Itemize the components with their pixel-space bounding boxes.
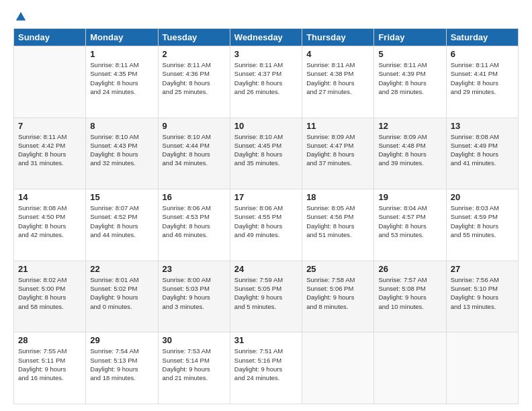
calendar-cell: 8Sunrise: 8:10 AM Sunset: 4:43 PM Daylig…	[86, 118, 158, 189]
header-row: Sunday Monday Tuesday Wednesday Thursday…	[14, 29, 519, 46]
day-info: Sunrise: 7:55 AM Sunset: 5:11 PM Dayligh…	[18, 347, 81, 382]
calendar-cell: 16Sunrise: 8:06 AM Sunset: 4:53 PM Dayli…	[158, 189, 230, 261]
calendar-cell: 7Sunrise: 8:11 AM Sunset: 4:42 PM Daylig…	[14, 118, 86, 189]
col-wednesday: Wednesday	[230, 29, 302, 46]
calendar-cell: 26Sunrise: 7:57 AM Sunset: 5:08 PM Dayli…	[374, 261, 446, 332]
day-number: 9	[163, 121, 226, 131]
calendar-cell: 31Sunrise: 7:51 AM Sunset: 5:16 PM Dayli…	[230, 332, 302, 404]
day-number: 18	[306, 192, 369, 202]
day-info: Sunrise: 8:09 AM Sunset: 4:47 PM Dayligh…	[306, 132, 369, 168]
calendar-cell: 21Sunrise: 8:02 AM Sunset: 5:00 PM Dayli…	[14, 261, 86, 332]
day-number: 16	[163, 192, 226, 202]
day-info: Sunrise: 8:06 AM Sunset: 4:55 PM Dayligh…	[234, 203, 298, 239]
page: Sunday Monday Tuesday Wednesday Thursday…	[0, 0, 532, 411]
day-info: Sunrise: 8:11 AM Sunset: 4:37 PM Dayligh…	[234, 60, 298, 96]
calendar-cell: 30Sunrise: 7:53 AM Sunset: 5:14 PM Dayli…	[158, 332, 230, 404]
day-info: Sunrise: 8:01 AM Sunset: 5:02 PM Dayligh…	[90, 275, 153, 311]
day-number: 10	[234, 121, 298, 131]
calendar-cell: 6Sunrise: 8:11 AM Sunset: 4:41 PM Daylig…	[446, 46, 518, 118]
day-info: Sunrise: 7:59 AM Sunset: 5:05 PM Dayligh…	[234, 275, 298, 311]
day-number: 6	[451, 49, 514, 59]
day-info: Sunrise: 8:07 AM Sunset: 4:52 PM Dayligh…	[90, 203, 153, 239]
day-number: 4	[306, 49, 369, 59]
day-info: Sunrise: 8:11 AM Sunset: 4:42 PM Dayligh…	[18, 132, 81, 168]
calendar-cell	[446, 332, 518, 404]
day-number: 31	[234, 335, 298, 345]
col-tuesday: Tuesday	[158, 29, 230, 46]
calendar-cell: 13Sunrise: 8:08 AM Sunset: 4:49 PM Dayli…	[446, 118, 518, 189]
day-number: 24	[234, 264, 298, 274]
calendar-cell: 12Sunrise: 8:09 AM Sunset: 4:48 PM Dayli…	[374, 118, 446, 189]
day-number: 30	[163, 335, 226, 345]
calendar-cell: 27Sunrise: 7:56 AM Sunset: 5:10 PM Dayli…	[446, 261, 518, 332]
day-number: 1	[90, 49, 153, 59]
calendar-cell: 2Sunrise: 8:11 AM Sunset: 4:36 PM Daylig…	[158, 46, 230, 118]
col-friday: Friday	[374, 29, 446, 46]
calendar-cell: 24Sunrise: 7:59 AM Sunset: 5:05 PM Dayli…	[230, 261, 302, 332]
col-saturday: Saturday	[446, 29, 518, 46]
calendar-cell: 28Sunrise: 7:55 AM Sunset: 5:11 PM Dayli…	[14, 332, 86, 404]
day-number: 17	[234, 192, 298, 202]
day-number: 3	[234, 49, 298, 59]
day-info: Sunrise: 8:03 AM Sunset: 4:59 PM Dayligh…	[451, 203, 514, 239]
day-number: 26	[378, 264, 441, 274]
day-info: Sunrise: 7:54 AM Sunset: 5:13 PM Dayligh…	[90, 347, 153, 382]
calendar-cell: 20Sunrise: 8:03 AM Sunset: 4:59 PM Dayli…	[446, 189, 518, 261]
calendar-cell: 18Sunrise: 8:05 AM Sunset: 4:56 PM Dayli…	[302, 189, 374, 261]
col-monday: Monday	[86, 29, 158, 46]
day-info: Sunrise: 8:00 AM Sunset: 5:03 PM Dayligh…	[163, 275, 226, 311]
day-number: 21	[18, 264, 81, 274]
calendar: Sunday Monday Tuesday Wednesday Thursday…	[13, 28, 519, 404]
day-info: Sunrise: 7:58 AM Sunset: 5:06 PM Dayligh…	[306, 275, 369, 311]
calendar-cell: 25Sunrise: 7:58 AM Sunset: 5:06 PM Dayli…	[302, 261, 374, 332]
calendar-cell: 4Sunrise: 8:11 AM Sunset: 4:38 PM Daylig…	[302, 46, 374, 118]
day-number: 20	[451, 192, 514, 202]
day-info: Sunrise: 8:09 AM Sunset: 4:48 PM Dayligh…	[378, 132, 441, 168]
day-number: 27	[451, 264, 514, 274]
day-info: Sunrise: 8:10 AM Sunset: 4:44 PM Dayligh…	[163, 132, 226, 168]
calendar-cell: 23Sunrise: 8:00 AM Sunset: 5:03 PM Dayli…	[158, 261, 230, 332]
day-number: 28	[18, 335, 81, 345]
day-info: Sunrise: 8:11 AM Sunset: 4:41 PM Dayligh…	[451, 60, 514, 96]
svg-marker-0	[16, 12, 26, 21]
calendar-cell: 15Sunrise: 8:07 AM Sunset: 4:52 PM Dayli…	[86, 189, 158, 261]
calendar-cell: 22Sunrise: 8:01 AM Sunset: 5:02 PM Dayli…	[86, 261, 158, 332]
day-number: 8	[90, 121, 153, 131]
day-info: Sunrise: 7:56 AM Sunset: 5:10 PM Dayligh…	[451, 275, 514, 311]
header	[13, 11, 519, 23]
day-info: Sunrise: 8:11 AM Sunset: 4:35 PM Dayligh…	[90, 60, 153, 96]
day-info: Sunrise: 8:04 AM Sunset: 4:57 PM Dayligh…	[378, 203, 441, 239]
calendar-cell: 11Sunrise: 8:09 AM Sunset: 4:47 PM Dayli…	[302, 118, 374, 189]
day-number: 19	[378, 192, 441, 202]
calendar-cell: 19Sunrise: 8:04 AM Sunset: 4:57 PM Dayli…	[374, 189, 446, 261]
calendar-cell: 17Sunrise: 8:06 AM Sunset: 4:55 PM Dayli…	[230, 189, 302, 261]
day-info: Sunrise: 8:10 AM Sunset: 4:43 PM Dayligh…	[90, 132, 153, 168]
day-number: 25	[306, 264, 369, 274]
calendar-cell	[302, 332, 374, 404]
day-info: Sunrise: 8:02 AM Sunset: 5:00 PM Dayligh…	[18, 275, 81, 311]
calendar-cell: 5Sunrise: 8:11 AM Sunset: 4:39 PM Daylig…	[374, 46, 446, 118]
day-info: Sunrise: 8:10 AM Sunset: 4:45 PM Dayligh…	[234, 132, 298, 168]
day-info: Sunrise: 7:57 AM Sunset: 5:08 PM Dayligh…	[378, 275, 441, 311]
day-number: 5	[378, 49, 441, 59]
col-sunday: Sunday	[14, 29, 86, 46]
calendar-cell: 14Sunrise: 8:08 AM Sunset: 4:50 PM Dayli…	[14, 189, 86, 261]
logo	[13, 11, 27, 23]
calendar-cell	[374, 332, 446, 404]
day-number: 22	[90, 264, 153, 274]
calendar-cell: 9Sunrise: 8:10 AM Sunset: 4:44 PM Daylig…	[158, 118, 230, 189]
day-info: Sunrise: 8:11 AM Sunset: 4:38 PM Dayligh…	[306, 60, 369, 96]
day-info: Sunrise: 8:11 AM Sunset: 4:36 PM Dayligh…	[163, 60, 226, 96]
col-thursday: Thursday	[302, 29, 374, 46]
day-number: 23	[163, 264, 226, 274]
calendar-cell: 10Sunrise: 8:10 AM Sunset: 4:45 PM Dayli…	[230, 118, 302, 189]
calendar-cell: 29Sunrise: 7:54 AM Sunset: 5:13 PM Dayli…	[86, 332, 158, 404]
day-number: 11	[306, 121, 369, 131]
day-number: 7	[18, 121, 81, 131]
calendar-cell: 1Sunrise: 8:11 AM Sunset: 4:35 PM Daylig…	[86, 46, 158, 118]
day-number: 2	[163, 49, 226, 59]
calendar-cell: 3Sunrise: 8:11 AM Sunset: 4:37 PM Daylig…	[230, 46, 302, 118]
day-info: Sunrise: 8:11 AM Sunset: 4:39 PM Dayligh…	[378, 60, 441, 96]
day-number: 29	[90, 335, 153, 345]
logo-icon	[15, 11, 27, 23]
